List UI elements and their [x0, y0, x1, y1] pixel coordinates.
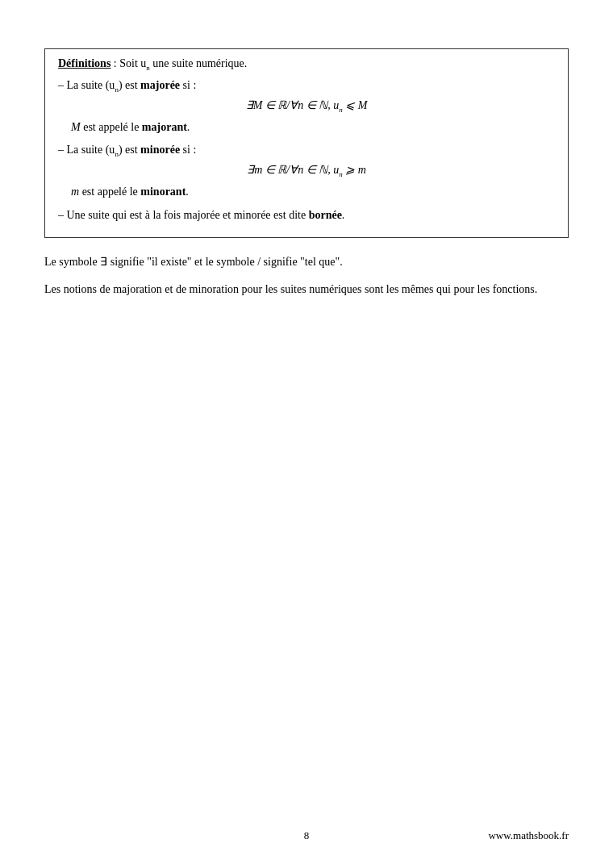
- definition-title-end: une suite numérique.: [150, 57, 248, 69]
- minored-end: ): [119, 144, 123, 156]
- bounded-bold: bornée: [309, 209, 342, 221]
- minored-intro: – La suite (u: [58, 144, 115, 156]
- m-called-line: m est appelé le minorant.: [71, 183, 555, 201]
- M-called-line: M est appelé le majorant.: [71, 119, 555, 136]
- definition-title: Définitions : Soit un une suite numériqu…: [58, 57, 555, 72]
- majored-intro: – La suite (u: [58, 79, 115, 91]
- bounded-text: Une suite qui est à la fois majorée et m…: [67, 209, 309, 221]
- bounded-item: – Une suite qui est à la fois majorée et…: [58, 207, 555, 224]
- minored-bold: minorée: [140, 144, 180, 156]
- definition-box: Définitions : Soit un une suite numériqu…: [44, 48, 569, 238]
- definition-title-rest: : Soit u: [111, 57, 146, 69]
- site-url: www.mathsbook.fr: [488, 829, 569, 842]
- notion-paragraph: Les notions de majoration et de minorati…: [44, 280, 569, 299]
- bounded-end: .: [342, 209, 345, 221]
- majorant-label: majorant: [142, 121, 187, 133]
- bounded-dash: –: [58, 209, 67, 221]
- minorant-label: minorant: [140, 186, 186, 198]
- definition-label: Définitions: [58, 57, 111, 69]
- formula-minored: ∃m ∈ ℝ/∀n ∈ ℕ, un ⩾ m: [58, 163, 555, 178]
- majored-end2: si :: [180, 79, 196, 91]
- minored-item: – La suite (un) est minorée si :: [58, 141, 555, 160]
- majored-bold: majorée: [140, 79, 180, 91]
- formula-majored: ∃M ∈ ℝ/∀n ∈ ℕ, un ⩽ M: [58, 98, 555, 114]
- minored-end2: si :: [180, 144, 196, 156]
- symbol-paragraph: Le symbole ∃ signifie "il existe" et le …: [44, 252, 569, 272]
- page: Définitions : Soit un une suite numériqu…: [0, 0, 613, 868]
- majored-item: – La suite (un) est majorée si :: [58, 77, 555, 95]
- majored-end: ): [119, 79, 123, 91]
- page-number: 8: [304, 829, 310, 842]
